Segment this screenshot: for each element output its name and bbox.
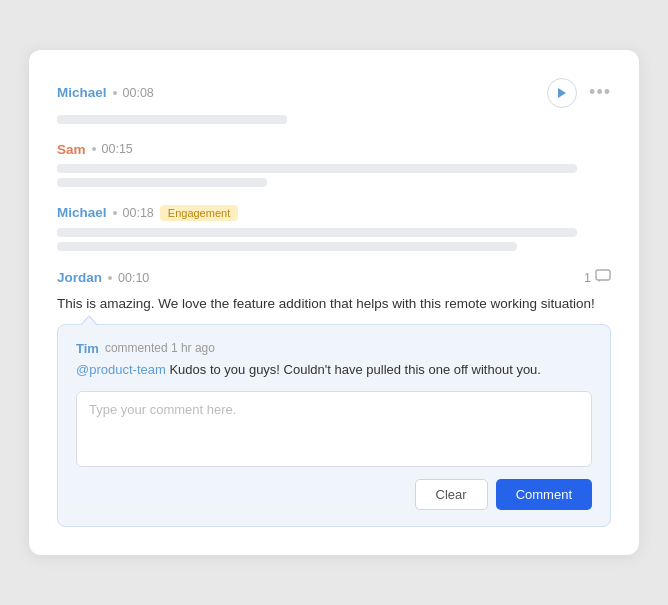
line-1	[57, 115, 287, 124]
timestamp: 00:08	[123, 86, 154, 100]
entry-header: Michael 00:08 •••	[57, 78, 611, 108]
entry-header: Sam 00:15	[57, 142, 611, 157]
transcript-lines	[57, 228, 611, 251]
line-2	[57, 178, 267, 187]
dot-separator	[113, 91, 117, 95]
speaker-name-michael[interactable]: Michael	[57, 85, 107, 100]
thread-author-name[interactable]: Tim	[76, 341, 99, 356]
entry-michael-2: Michael 00:18 Engagement	[57, 205, 611, 251]
play-button[interactable]	[547, 78, 577, 108]
entry-michael-1: Michael 00:08 •••	[57, 78, 611, 124]
speaker-name-sam[interactable]: Sam	[57, 142, 86, 157]
comment-count[interactable]: 1	[584, 269, 611, 287]
timestamp: 00:18	[123, 206, 154, 220]
dot-separator	[108, 276, 112, 280]
line-2	[57, 242, 517, 251]
main-card: Michael 00:08 ••• Sam 00:15	[29, 50, 639, 556]
play-icon	[557, 87, 567, 99]
transcript-lines	[57, 115, 611, 124]
engagement-badge: Engagement	[160, 205, 238, 221]
thread-box: Tim commented 1 hr ago @product-team Kud…	[57, 324, 611, 528]
comment-textarea[interactable]	[89, 402, 579, 452]
clear-button[interactable]: Clear	[415, 479, 488, 510]
entry-header: Michael 00:18 Engagement	[57, 205, 611, 221]
thread-body-text: Kudos to you guys! Couldn't have pulled …	[166, 362, 541, 377]
comment-button[interactable]: Comment	[496, 479, 592, 510]
line-1	[57, 228, 577, 237]
comment-input-area[interactable]	[76, 391, 592, 467]
timestamp: 00:15	[102, 142, 133, 156]
comment-number: 1	[584, 271, 591, 285]
button-row: Clear Comment	[76, 479, 592, 510]
thread-body: @product-team Kudos to you guys! Couldn'…	[76, 360, 592, 380]
thread-comment-header: Tim commented 1 hr ago	[76, 341, 592, 356]
dot-separator	[113, 211, 117, 215]
timestamp: 00:10	[118, 271, 149, 285]
dot-separator	[92, 147, 96, 151]
jordan-comment-text: This is amazing. We love the feature add…	[57, 294, 611, 314]
transcript-lines	[57, 164, 611, 187]
thread-mention[interactable]: @product-team	[76, 362, 166, 377]
entry-header: Jordan 00:10 1	[57, 269, 611, 287]
line-1	[57, 164, 577, 173]
entry-jordan: Jordan 00:10 1 This is amazing. We love …	[57, 269, 611, 528]
svg-rect-0	[596, 270, 610, 280]
more-options-button[interactable]: •••	[589, 82, 611, 103]
thread-meta: commented 1 hr ago	[105, 341, 215, 355]
speaker-name-michael-2[interactable]: Michael	[57, 205, 107, 220]
thread-comment: Tim commented 1 hr ago @product-team Kud…	[76, 341, 592, 380]
thread-arrow	[80, 315, 98, 325]
entry-sam-1: Sam 00:15	[57, 142, 611, 187]
comment-bubble-icon	[595, 269, 611, 287]
speaker-name-jordan[interactable]: Jordan	[57, 270, 102, 285]
